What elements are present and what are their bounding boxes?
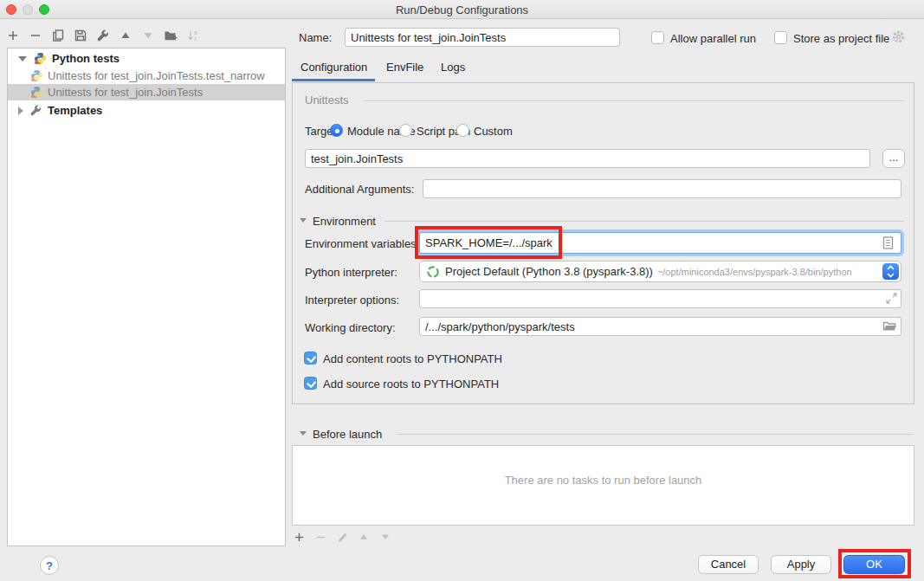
apply-button[interactable]: Apply — [771, 555, 831, 574]
chevron-down-icon[interactable] — [18, 56, 27, 61]
help-button[interactable]: ? — [40, 556, 59, 575]
sort-az-icon: az — [185, 28, 201, 43]
question-mark-icon: ? — [46, 559, 53, 572]
python-interpreter-label: Python interpreter: — [305, 266, 397, 279]
environment-header[interactable]: Environment — [313, 215, 376, 228]
environment-divider — [384, 221, 904, 222]
add-source-roots-checkbox[interactable] — [304, 377, 317, 390]
expand-field-icon[interactable] — [885, 292, 898, 305]
gear-icon[interactable] — [891, 29, 906, 44]
store-as-project-file-label[interactable]: Store as project file — [793, 32, 889, 45]
working-directory-label: Working directory: — [305, 321, 396, 334]
unittests-group-label: Unittests — [305, 94, 349, 107]
target-custom-label[interactable]: Custom — [474, 125, 513, 138]
arrow-down-icon — [140, 28, 156, 43]
allow-parallel-run-label[interactable]: Allow parallel run — [670, 32, 756, 45]
python-tests-icon — [30, 86, 43, 99]
environment-variables-field[interactable] — [419, 232, 901, 254]
before-launch-collapse-icon[interactable] — [300, 431, 307, 436]
python-tests-icon — [30, 69, 43, 82]
svg-text:z: z — [194, 36, 197, 42]
copy-icon[interactable] — [50, 28, 66, 43]
add-content-roots-label[interactable]: Add content roots to PYTHONPATH — [323, 352, 502, 365]
tree-item-label: Templates — [48, 104, 102, 117]
tab-logs[interactable]: Logs — [441, 61, 465, 74]
browse-button[interactable]: ... — [882, 149, 905, 168]
active-tab-indicator — [292, 79, 375, 81]
arrow-up-icon — [356, 529, 372, 545]
interpreter-options-label: Interpreter options: — [305, 294, 399, 307]
working-directory-input[interactable] — [419, 317, 901, 336]
before-launch-toolbar — [291, 529, 393, 545]
wrench-icon — [29, 104, 42, 117]
browse-env-vars-icon[interactable] — [882, 236, 895, 250]
target-module-name-radio[interactable] — [330, 124, 343, 137]
store-as-project-file-checkbox[interactable] — [774, 31, 787, 44]
tab-envfile[interactable]: EnvFile — [386, 61, 423, 74]
minus-icon — [313, 529, 328, 545]
before-launch-empty-message: There are no tasks to run before launch — [293, 474, 914, 487]
tree-item-label: Unittests for test_join.JoinTests.test_n… — [48, 69, 265, 82]
tree-item-templates[interactable]: Templates — [8, 102, 285, 119]
chevron-right-icon[interactable] — [18, 107, 23, 115]
folder-add-icon[interactable] — [163, 28, 178, 43]
python-interpreter-value: Project Default (Python 3.8 (pyspark-3.8… — [445, 265, 653, 278]
name-label: Name: — [299, 31, 332, 44]
tab-configuration[interactable]: Configuration — [300, 61, 367, 74]
tree-item-unittests-jointests[interactable]: Unittests for test_join.JoinTests — [8, 84, 285, 100]
select-stepper-icon[interactable] — [882, 263, 899, 280]
before-launch-header[interactable]: Before launch — [313, 428, 382, 441]
additional-arguments-label: Additional Arguments: — [305, 183, 414, 196]
configurations-toolbar: az — [5, 26, 201, 45]
wrench-icon[interactable] — [95, 28, 111, 43]
window-title: Run/Debug Configurations — [0, 3, 924, 16]
before-launch-divider — [397, 434, 914, 435]
save-icon[interactable] — [73, 28, 88, 43]
pencil-icon — [334, 529, 350, 545]
plus-icon[interactable] — [5, 28, 21, 43]
add-source-roots-label[interactable]: Add source roots to PYTHONPATH — [323, 378, 499, 391]
additional-arguments-input[interactable] — [423, 179, 901, 198]
tree-item-label: Python tests — [52, 52, 120, 65]
allow-parallel-run-checkbox[interactable] — [651, 31, 664, 44]
title-bar: Run/Debug Configurations — [0, 0, 924, 19]
target-input[interactable] — [305, 149, 870, 168]
conda-env-icon — [426, 265, 440, 279]
environment-collapse-icon[interactable] — [300, 218, 307, 223]
group-divider — [364, 100, 904, 101]
svg-text:a: a — [194, 29, 197, 36]
configurations-tree: Python tests Unittests for test_join.Joi… — [7, 48, 286, 546]
minus-icon[interactable] — [28, 28, 43, 43]
before-launch-tasks-list: There are no tasks to run before launch — [292, 445, 914, 526]
target-script-path-radio[interactable] — [399, 124, 412, 137]
arrow-up-icon[interactable] — [118, 28, 133, 43]
tree-item-python-tests[interactable]: Python tests — [8, 50, 285, 67]
plus-icon[interactable] — [291, 529, 307, 545]
ok-button[interactable]: OK — [843, 555, 905, 574]
cancel-button[interactable]: Cancel — [698, 555, 759, 574]
python-tests-icon — [34, 52, 47, 65]
environment-variables-label: Environment variables: — [305, 237, 419, 250]
python-interpreter-select[interactable]: Project Default (Python 3.8 (pyspark-3.8… — [419, 261, 901, 282]
tree-item-label: Unittests for test_join.JoinTests — [48, 86, 203, 99]
arrow-down-icon — [378, 529, 393, 545]
interpreter-options-input[interactable] — [419, 289, 901, 308]
folder-icon[interactable] — [882, 320, 897, 332]
add-content-roots-checkbox[interactable] — [304, 352, 317, 365]
name-input[interactable] — [345, 28, 620, 47]
tree-item-unittests-test-narrow[interactable]: Unittests for test_join.JoinTests.test_n… — [8, 68, 285, 84]
python-interpreter-path: ~/opt/miniconda3/envs/pyspark-3.8/bin/py… — [657, 267, 852, 277]
target-custom-radio[interactable] — [456, 124, 469, 137]
